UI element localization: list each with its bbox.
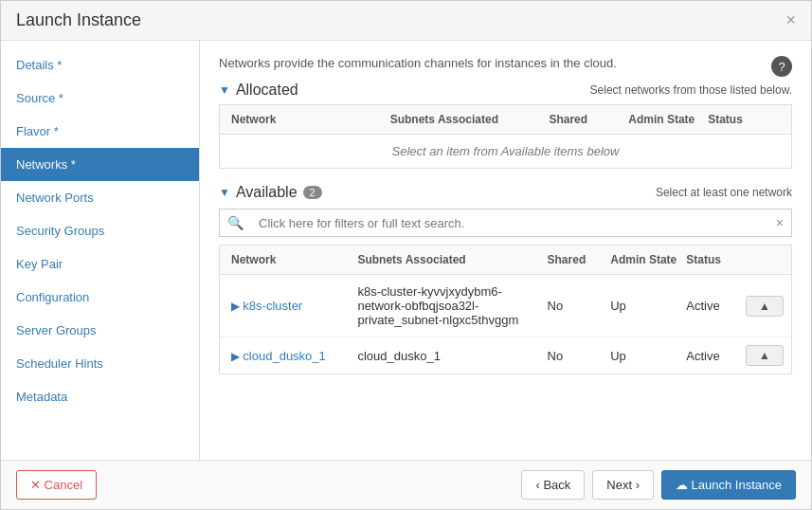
table-row: ▶ cloud_dusko_1 cloud_dusko_1 No Up Acti… [220,337,791,373]
dialog-footer: ✕ Cancel ‹ Back Next › ☁ Launch Instance [1,460,811,509]
expand-icon[interactable]: ▶ [231,300,243,313]
available-table-header: Network Subnets Associated Shared Admin … [220,246,791,275]
available-table: Network Subnets Associated Shared Admin … [219,245,792,374]
available-toggle[interactable]: ▼ [219,186,230,199]
sidebar-item-metadata[interactable]: Metadata [1,380,199,413]
available-rows-container: ▶ k8s-cluster k8s-cluster-kyvvjxydybm6-n… [220,275,791,373]
sidebar-item-details[interactable]: Details * [1,48,199,82]
avail-col-admin-state: Admin State [606,251,682,268]
search-clear-icon[interactable]: × [768,209,791,236]
avail-col-shared: Shared [544,251,607,268]
dialog-title: Launch Instance [16,10,141,30]
cell-subnets: k8s-cluster-kyvvjxydybm6-network-obfbqjs… [353,282,543,329]
allocate-up-button[interactable]: ▲ [746,345,784,366]
allocated-toggle[interactable]: ▼ [219,83,230,97]
cell-network: ▶ cloud_dusko_1 [227,347,353,365]
avail-col-status: Status [682,251,746,268]
launch-instance-dialog: Launch Instance × Details *Source *Flavo… [0,0,812,510]
next-button[interactable]: Next › [592,470,654,500]
cell-network: ▶ k8s-cluster [227,297,353,315]
sidebar-item-source[interactable]: Source * [1,82,199,115]
search-input[interactable] [251,210,768,236]
close-button[interactable]: × [785,10,796,30]
sidebar-item-security-groups[interactable]: Security Groups [1,214,199,247]
allocated-empty-message: Select an item from Available items belo… [220,135,791,168]
allocate-up-button[interactable]: ▲ [746,296,784,317]
expand-icon[interactable]: ▶ [231,350,243,363]
col-subnets: Subnets Associated [387,111,546,128]
sidebar-item-networks[interactable]: Networks * [1,148,199,181]
col-network: Network [227,111,387,128]
available-badge: 2 [303,186,322,199]
col-admin-state: Admin State [624,111,704,128]
allocated-table: Network Subnets Associated Shared Admin … [219,104,792,169]
available-title: Available [236,184,298,201]
sidebar-item-configuration[interactable]: Configuration [1,281,199,314]
back-button[interactable]: ‹ Back [521,470,585,500]
available-section: ▼ Available 2 Select at least one networ… [219,184,792,374]
sidebar-item-flavor[interactable]: Flavor * [1,115,199,148]
dialog-header: Launch Instance × [1,1,811,41]
dialog-body: Details *Source *Flavor *Networks *Netwo… [1,41,811,460]
sidebar-item-key-pair[interactable]: Key Pair [1,247,199,281]
help-icon[interactable]: ? [771,56,792,77]
avail-col-subnets: Subnets Associated [353,251,543,268]
cell-status: Active [682,347,746,365]
footer-right: ‹ Back Next › ☁ Launch Instance [521,470,796,500]
sidebar-item-scheduler-hints[interactable]: Scheduler Hints [1,347,199,380]
allocated-title: Allocated [236,82,298,99]
search-icon: 🔍 [220,209,251,236]
allocated-hint: Select networks from those listed below. [590,83,792,97]
cloud-icon: ☁ [676,478,692,492]
sidebar: Details *Source *Flavor *Networks *Netwo… [1,41,200,460]
cell-shared: No [544,297,607,315]
cancel-button[interactable]: ✕ Cancel [16,470,97,500]
table-row: ▶ k8s-cluster k8s-cluster-kyvvjxydybm6-n… [220,275,791,337]
avail-col-action [746,251,784,268]
allocated-section-header: ▼ Allocated Select networks from those l… [219,82,792,99]
available-hint: Select at least one network [656,186,792,199]
allocated-section: ▼ Allocated Select networks from those l… [219,82,792,169]
avail-col-network: Network [227,251,353,268]
cell-subnets: cloud_dusko_1 [353,347,543,365]
section-description: Networks provide the communication chann… [219,56,617,70]
network-name: k8s-cluster [243,299,302,313]
cell-admin-state: Up [606,347,682,365]
available-section-header: ▼ Available 2 Select at least one networ… [219,184,792,201]
search-bar: 🔍 × [219,209,792,237]
cell-shared: No [544,347,607,365]
main-content: Networks provide the communication chann… [200,41,811,460]
cell-status: Active [682,297,746,315]
launch-button[interactable]: ☁ Launch Instance [661,470,796,500]
sidebar-item-network-ports[interactable]: Network Ports [1,181,199,214]
col-shared: Shared [545,111,624,128]
col-status: Status [704,111,784,128]
sidebar-item-server-groups[interactable]: Server Groups [1,314,199,347]
cell-admin-state: Up [606,297,682,315]
allocated-table-header: Network Subnets Associated Shared Admin … [220,105,791,135]
network-name: cloud_dusko_1 [243,349,325,363]
